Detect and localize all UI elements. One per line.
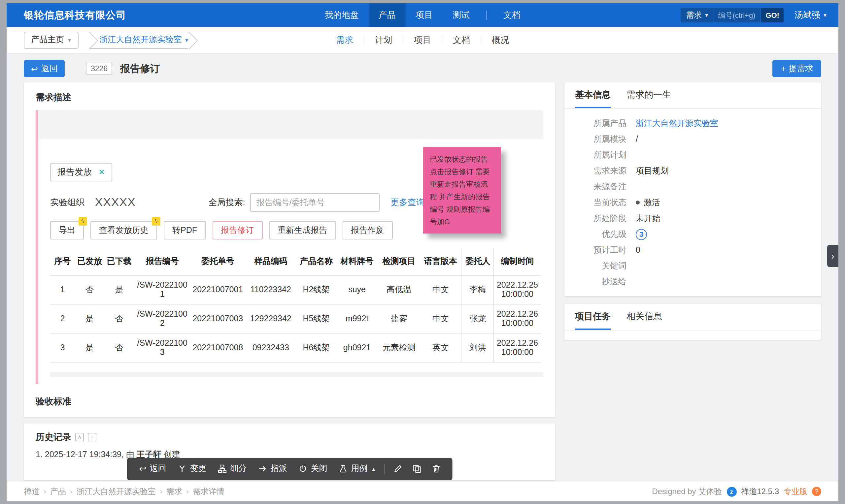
void-report-button[interactable]: 报告作废 <box>342 221 392 239</box>
field-label: 所属模块 <box>575 133 627 145</box>
add-story-button[interactable]: + 提需求 <box>773 60 821 77</box>
tab-divider <box>442 36 442 44</box>
report-search-input[interactable] <box>250 193 380 212</box>
toolbar-change-label: 变更 <box>190 463 206 474</box>
field-row: 关键词 <box>575 258 811 274</box>
tab-overview[interactable]: 概况 <box>491 34 510 46</box>
toolbar-divider <box>384 464 385 474</box>
basic-info-body: 所属产品 浙江大自然开源实验室 所属模块 / 所属计划 <box>564 109 821 296</box>
user-menu[interactable]: 汤斌强 ▾ <box>794 9 827 21</box>
branch-icon <box>178 464 187 473</box>
help-icon[interactable]: ? <box>812 487 821 496</box>
field-label: 来源备注 <box>575 181 627 192</box>
tab-divider <box>480 36 481 44</box>
table-row[interactable]: 2 是 否 /SW-20221002 20221007003 129229342… <box>50 304 541 333</box>
field-label: 预计工时 <box>575 245 627 256</box>
tab-project[interactable]: 项目 <box>412 34 433 46</box>
crumb-story[interactable]: 需求 <box>166 486 182 497</box>
lightning-icon: ϟ <box>152 217 160 226</box>
export-button[interactable]: 导出 ϟ <box>50 221 84 239</box>
col-created-time: 编制时间 <box>494 249 541 275</box>
back-label: 返回 <box>41 63 58 74</box>
cell: 刘洪 <box>462 333 494 362</box>
to-pdf-button[interactable]: 转PDF <box>164 221 206 239</box>
toolbar-subdivide-label: 细分 <box>230 463 247 474</box>
tab-divider <box>364 36 365 44</box>
chevron-down-icon: ▾ <box>824 12 827 18</box>
app-window: 银轮信息科技有限公司 我的地盘 产品 项目 测试 文档 需求 ▾ GO! <box>6 3 839 501</box>
collapse-icon[interactable]: ∧ <box>75 433 84 441</box>
crumb-product-name[interactable]: 浙江大自然开源实验室 <box>76 486 156 497</box>
add-story-label: 提需求 <box>789 63 813 74</box>
toolbar-change-button[interactable]: 变更 <box>172 463 212 474</box>
col-client: 委托人 <box>462 249 494 275</box>
back-button[interactable]: ↩ 返回 <box>24 60 65 77</box>
id-search-input[interactable] <box>714 8 760 22</box>
nav-test[interactable]: 测试 <box>443 3 480 27</box>
history-header: 历史记录 ∧ + <box>36 431 543 443</box>
tab-story[interactable]: 需求 <box>335 34 354 46</box>
go-button[interactable]: GO! <box>761 8 784 22</box>
org-label: 实验组织 <box>50 197 85 209</box>
toolbar-subdivide-button[interactable]: 细分 <box>212 463 252 474</box>
nav-my-zone[interactable]: 我的地盘 <box>315 3 369 27</box>
col-seq: 序号 <box>50 249 75 275</box>
tab-basic-info[interactable]: 基本信息 <box>575 83 611 108</box>
field-row: 所属产品 浙江大自然开源实验室 <box>575 115 811 131</box>
field-row: 来源备注 <box>575 179 811 195</box>
regenerate-report-button[interactable]: 重新生成报告 <box>269 221 336 239</box>
nav-product[interactable]: 产品 <box>369 3 406 27</box>
edition-label[interactable]: 专业版 <box>784 486 807 497</box>
nav-project[interactable]: 项目 <box>406 3 443 27</box>
footer: 禅道 › 产品 › 浙江大自然开源实验室 › 需求 › 需求详情 Designe… <box>6 482 839 501</box>
tab-story-life[interactable]: 需求的一生 <box>627 83 671 108</box>
product-home-label: 产品主页 <box>31 34 64 46</box>
more-query-label: 更多查询 <box>390 197 425 209</box>
cell: m992t <box>336 304 378 333</box>
global-search-label: 全局搜索: <box>208 197 245 209</box>
tab-divider <box>403 36 403 44</box>
toolbar-edit-button[interactable] <box>388 464 407 473</box>
toolbar-assign-button[interactable]: 指派 <box>252 463 293 474</box>
crumb-product[interactable]: 产品 <box>50 486 66 497</box>
close-icon[interactable]: ✕ <box>99 167 105 177</box>
toolbar-close-button[interactable]: 关闭 <box>293 463 333 474</box>
cell: 2022.12.25 10:00:00 <box>494 275 541 304</box>
sticky-note: 已发放状态的报告点击报告修订 需要重新走报告审核流程 并产生新的报告编号 规则原… <box>423 147 501 234</box>
search-module-select[interactable]: 需求 ▾ <box>681 8 713 22</box>
page: 银轮信息科技有限公司 我的地盘 产品 项目 测试 文档 需求 ▾ GO! <box>0 0 845 504</box>
sub-nav: 产品主页 ▾ 浙江大自然开源实验室 ▾ 需求 计划 项目 文档 概况 <box>6 27 839 53</box>
columns: 需求描述 报告发放 ✕ 实验组织 XXXXX <box>24 83 821 480</box>
product-switcher[interactable]: 浙江大自然开源实验室 ▾ <box>89 31 190 49</box>
table-row[interactable]: 1 否 是 /SW-20221001 20221007001 110223342… <box>50 275 541 304</box>
field-row: 当前状态 激活 <box>575 195 811 211</box>
cell: 09232433 <box>245 333 297 362</box>
tab-plan[interactable]: 计划 <box>374 34 393 46</box>
product-link[interactable]: 浙江大自然开源实验室 <box>636 118 718 129</box>
panel-toggle-button[interactable]: › <box>827 245 839 267</box>
cell: 中文 <box>420 304 462 333</box>
nav-doc[interactable]: 文档 <box>493 3 530 27</box>
toolbar-back-button[interactable]: ↩ 返回 <box>133 463 172 474</box>
view-release-history-button[interactable]: 查看发放历史 ϟ <box>90 221 157 239</box>
cell: 否 <box>104 304 134 333</box>
table-row[interactable]: 3 是 否 /SW-20221003 20221007008 09232433 … <box>50 333 541 362</box>
cell: 是 <box>75 333 105 362</box>
search-module-label: 需求 <box>686 10 702 21</box>
toolbar-delete-button[interactable] <box>426 464 446 473</box>
product-tabs: 需求 计划 项目 文档 概况 <box>335 34 510 46</box>
cell: /SW-20221002 <box>134 304 191 333</box>
toolbar-copy-button[interactable] <box>407 464 426 473</box>
toolbar-cases-button[interactable]: 用例 ▴ <box>333 463 381 474</box>
field-row: 需求来源 项目规划 <box>575 163 811 179</box>
priority-badge: 3 <box>636 229 647 240</box>
product-home-button[interactable]: 产品主页 ▾ <box>24 31 78 49</box>
report-revise-button[interactable]: 报告修订 <box>212 221 262 239</box>
expand-all-icon[interactable]: + <box>88 433 96 441</box>
info-tabs: 基本信息 需求的一生 <box>564 83 821 109</box>
crumb-zentao[interactable]: 禅道 <box>24 486 40 497</box>
tab-doc[interactable]: 文档 <box>452 34 471 46</box>
tab-related-info[interactable]: 相关信息 <box>627 304 662 330</box>
cell: 20221007008 <box>191 333 245 362</box>
tab-project-task[interactable]: 项目任务 <box>575 304 611 330</box>
